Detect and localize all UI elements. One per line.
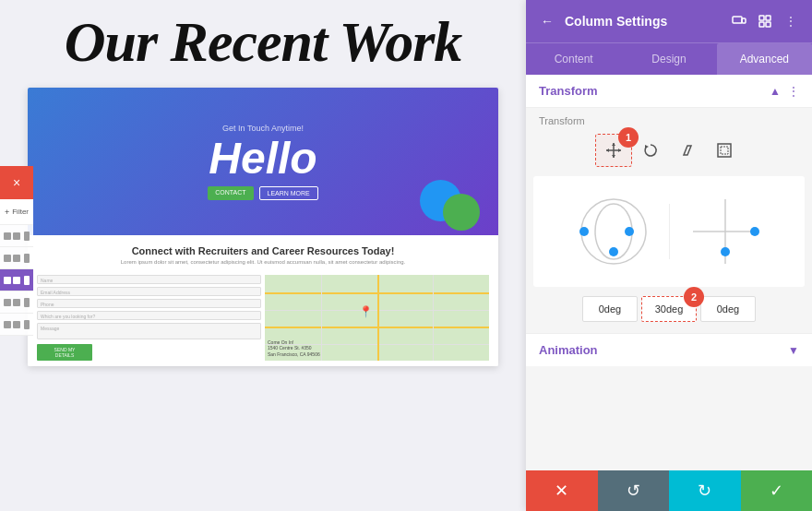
panel-bottom-bar: ✕ ↺ ↻ ✓ [526,470,812,511]
preview-body-text: Lorem ipsum dolor sit amet, consectetur … [46,258,480,269]
svg-marker-9 [612,155,615,158]
left-sidebar: × + Filter [0,166,33,336]
transform-collapse-icon[interactable]: ▲ [770,85,781,98]
svg-marker-10 [606,149,609,152]
transform-sub-label: Transform [526,108,812,130]
svg-rect-2 [759,16,764,20]
transform-icons-row: 1 [526,130,812,171]
svg-rect-14 [721,147,728,154]
preview-submit-button: SEND MY DETAILS [37,344,92,361]
panel-header-icons: ⋮ [729,11,801,31]
transform-input-group-2: 2 [641,296,697,322]
svg-marker-11 [618,149,621,152]
panel-icon-responsive[interactable] [729,11,749,31]
preview-circle-green [443,194,480,231]
filter-button[interactable]: + Filter [0,199,33,225]
transform-input-1[interactable] [582,296,638,322]
transform-input-group-1 [582,296,638,322]
tab-design[interactable]: Design [621,43,716,75]
preview-input-name: Name [37,275,261,284]
sidebar-row-icon [24,254,30,263]
badge-1: 1 [618,127,639,148]
transform-section-header: Transform ▲ ⋮ [526,75,812,108]
tab-advanced[interactable]: Advanced [717,43,812,75]
transform-visual [533,176,805,287]
transform-scale-button[interactable] [706,134,743,167]
sidebar-row-4[interactable] [0,291,33,314]
cancel-icon: ✕ [555,481,568,501]
redo-icon: ↻ [698,481,711,501]
filter-label: Filter [12,208,29,216]
panel-title: Column Settings [565,14,722,29]
transform-more-icon[interactable]: ⋮ [788,85,799,98]
preview-input-phone: Phone [37,299,261,308]
sidebar-dot [13,232,20,240]
badge-2: 2 [684,287,704,307]
page-preview: Get In Touch Anytime! Hello CONTACT LEAR… [28,88,498,366]
preview-hero-btn1: CONTACT [208,186,253,200]
panel-icon-settings[interactable] [755,11,775,31]
svg-marker-8 [612,143,615,146]
transform-header-icons: ▲ ⋮ [770,85,799,98]
svg-rect-4 [759,22,764,27]
sidebar-dot-active [4,277,11,284]
preview-map: 📍 Come On In! 1540 Centre St. #350 San F… [265,275,489,361]
svg-point-17 [579,227,589,236]
visual-divider [669,204,670,259]
svg-marker-12 [645,145,649,149]
transform-line-visual [688,195,762,268]
preview-hero-btn2: LEARN MORE [259,186,318,200]
map-pin: 📍 [359,305,373,318]
preview-form: Name Email Address Phone Which are you l… [37,275,261,361]
svg-point-22 [750,227,759,236]
transform-skew-button[interactable] [669,134,706,167]
sidebar-dot [13,299,20,306]
sidebar-row-2[interactable] [0,247,33,269]
preview-input-looking-for: Which are you looking for? [37,311,261,320]
cancel-button[interactable]: ✕ [526,470,598,511]
preview-hero: Get In Touch Anytime! Hello CONTACT LEAR… [28,88,498,235]
svg-point-18 [625,227,634,236]
panel-icon-more[interactable]: ⋮ [781,11,801,31]
animation-title: Animation [539,343,598,357]
sidebar-row-3-active[interactable] [0,269,33,291]
page-title: Our Recent Work [0,0,526,88]
sidebar-dot [13,255,20,262]
close-button[interactable]: × [0,166,33,199]
sidebar-row-icon [24,298,30,307]
panel-back-button[interactable]: ← [537,11,557,31]
sidebar-row-icon [24,232,30,241]
sidebar-dot [13,321,20,328]
transform-title: Transform [539,84,598,98]
transform-inputs-row: 2 [526,292,812,329]
tab-content[interactable]: Content [526,43,621,75]
preview-hero-top-text: Get In Touch Anytime! [222,124,304,133]
sidebar-row-5[interactable] [0,314,33,336]
preview-input-email: Email Address [37,287,261,296]
sidebar-row-1[interactable] [0,225,33,247]
save-button[interactable]: ✓ [741,470,813,511]
map-address: Come On In! 1540 Centre St. #350 San Fra… [268,339,320,358]
svg-point-23 [721,247,730,256]
undo-button[interactable]: ↺ [598,470,670,511]
save-icon: ✓ [770,481,783,501]
svg-rect-5 [766,22,770,27]
sidebar-dot [4,255,11,262]
sidebar-row-icon [24,320,30,329]
panel-tabs: Content Design Advanced [526,42,812,75]
transform-input-3[interactable] [700,296,756,322]
svg-point-19 [609,247,618,256]
transform-rotation-visual [577,195,651,268]
redo-button[interactable]: ↻ [669,470,741,511]
animation-section[interactable]: Animation ▼ [526,333,812,366]
sidebar-dot [4,321,11,328]
panel-header: ← Column Settings ⋮ [526,0,812,42]
preview-input-message: Message [37,323,261,339]
transform-move-button[interactable]: 1 [595,134,632,167]
svg-rect-1 [742,18,746,23]
canvas-area: Our Recent Work Get In Touch Anytime! He… [0,0,526,511]
sidebar-dot-active [13,277,20,284]
sidebar-dot [4,232,11,240]
svg-rect-0 [733,17,742,23]
svg-rect-3 [766,16,770,20]
